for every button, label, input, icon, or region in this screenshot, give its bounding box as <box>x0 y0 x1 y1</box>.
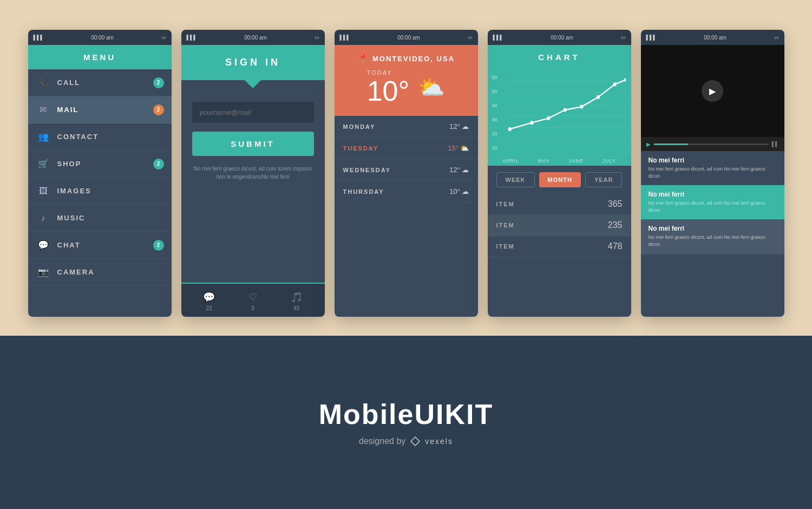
signal-icon-2: ▌▌▌ <box>187 35 197 40</box>
menu-item-mail[interactable]: ✉ MAIL 2 <box>28 96 172 123</box>
list-desc-2: No mei ferri graeco dicunt, ad cum No me… <box>649 200 777 213</box>
menu-item-chat[interactable]: 💬 CHAT 2 <box>28 232 172 259</box>
year-button[interactable]: YEAR <box>585 172 623 187</box>
footer-chat-count: 22 <box>206 305 212 311</box>
signin-header: SIGN IN <box>181 45 325 80</box>
list-desc-3: No mei ferri graeco dicunt, ad cum No me… <box>649 234 777 247</box>
phone-video: ▌▌▌ 00:00 am ▭ ▶ ▶ ▌▌ No mei ferri No me… <box>641 30 784 317</box>
status-bar-4: ▌▌▌ 00:00 am ▭ <box>488 30 631 45</box>
list-title-1: No mei ferri <box>649 156 777 164</box>
signal-icon-4: ▌▌▌ <box>493 35 503 40</box>
music-icon: ♪ <box>36 211 51 226</box>
menu-label-shop: SHOP <box>57 160 153 168</box>
weather-today: TODAY 10° <box>367 69 410 105</box>
menu-label-music: MUSIC <box>57 214 164 222</box>
footer-heart-icon: ♡ <box>248 291 257 303</box>
month-button[interactable]: MONTH <box>539 172 581 187</box>
chart-item-3: ITEM 478 <box>488 236 631 257</box>
status-bar-3: ▌▌▌ 00:00 am ▭ <box>335 30 478 45</box>
menu-item-images[interactable]: 🖼 IMAGES <box>28 178 172 205</box>
volume-icon: ▌▌ <box>772 141 779 147</box>
phone-menu: ▌▌▌ 00:00 am ▭ MENU 📞 CALL 2 ✉ MAIL 2 👥 … <box>28 30 172 317</box>
menu-item-camera[interactable]: 📷 CAMERA <box>28 259 172 286</box>
submit-button[interactable]: SUBMIT <box>192 132 314 156</box>
menu-header: MENU <box>28 45 172 69</box>
chart-area: 60 50 40 30 20 10 <box>488 69 631 156</box>
progress-play-icon: ▶ <box>646 141 651 147</box>
menu-label-camera: CAMERA <box>57 268 164 276</box>
weather-top: 📍 MONTEVIDEO, USA TODAY 10° ⛅ <box>335 45 478 116</box>
shop-icon: 🛒 <box>36 156 51 172</box>
chart-svg <box>493 75 626 145</box>
status-time-3: 00:00 am <box>397 35 420 41</box>
chart-items: ITEM 365 ITEM 235 ITEM 478 <box>488 194 631 317</box>
svg-point-7 <box>530 121 533 125</box>
svg-point-12 <box>613 82 616 86</box>
list-item-3: No mei ferri No mei ferri graeco dicunt,… <box>641 219 784 253</box>
signal-icon-5: ▌▌▌ <box>646 35 657 40</box>
weather-monday: MONDAY 12° ☁ <box>335 116 478 138</box>
svg-point-6 <box>508 127 511 131</box>
status-time-5: 00:00 am <box>704 35 726 41</box>
list-item-2: No mei ferri No mei ferri graeco dicunt,… <box>641 185 784 219</box>
brand-title-bold: UIKIT <box>414 399 493 430</box>
phones-section: ▌▌▌ 00:00 am ▭ MENU 📞 CALL 2 ✉ MAIL 2 👥 … <box>0 0 812 336</box>
chart-item-2: ITEM 235 <box>488 215 631 236</box>
video-player: ▶ <box>641 45 784 137</box>
footer-music-icon: 🎵 <box>291 291 303 303</box>
images-icon: 🖼 <box>36 184 51 199</box>
weather-tuesday: TUESDAY 15° ⛅ <box>335 138 478 159</box>
pin-icon: 📍 <box>357 54 369 64</box>
battery-icon-2: ▭ <box>315 35 319 40</box>
designed-by-text: designed by <box>359 436 405 446</box>
menu-item-contact[interactable]: 👥 CONTACT <box>28 123 172 151</box>
vexels-brand: vexels <box>425 437 453 446</box>
footer-heart: ♡ 3 <box>248 291 257 311</box>
battery-icon-1: ▭ <box>161 35 166 40</box>
status-time-2: 00:00 am <box>244 35 267 41</box>
weather-list: MONDAY 12° ☁ TUESDAY 15° ⛅ WEDNESDAY 12°… <box>335 116 478 317</box>
phone-weather: ▌▌▌ 00:00 am ▭ 📍 MONTEVIDEO, USA TODAY 1… <box>335 30 478 317</box>
email-input[interactable] <box>192 102 314 123</box>
chat-icon: 💬 <box>36 238 51 253</box>
footer-music: 🎵 45 <box>291 291 303 311</box>
chart-y-labels: 60 50 40 30 20 10 <box>492 75 497 151</box>
menu-label-call: CALL <box>57 79 153 87</box>
mail-badge: 2 <box>153 105 164 115</box>
menu-item-music[interactable]: ♪ MUSIC <box>28 205 172 232</box>
phone-chart: ▌▌▌ 00:00 am ▭ CHART 60 50 40 30 20 10 <box>488 30 631 317</box>
status-bar-1: ▌▌▌ 00:00 am ▭ <box>28 30 172 45</box>
weather-location: 📍 MONTEVIDEO, USA <box>357 54 455 64</box>
status-bar-2: ▌▌▌ 00:00 am ▭ <box>181 30 325 45</box>
signin-body: SUBMIT No mei ferri graeco dicunt, ad cu… <box>181 80 325 283</box>
weather-temp-row: TODAY 10° ⛅ <box>367 69 446 105</box>
footer-chat: 💬 22 <box>203 291 215 311</box>
shop-badge: 2 <box>153 159 164 169</box>
menu-item-shop[interactable]: 🛒 SHOP 2 <box>28 151 172 178</box>
call-icon: 📞 <box>36 75 51 90</box>
chat-badge: 2 <box>153 240 164 251</box>
today-temp: 10° <box>367 77 410 105</box>
menu-item-call[interactable]: 📞 CALL 2 <box>28 69 172 96</box>
battery-icon-4: ▭ <box>621 35 626 40</box>
battery-icon-3: ▭ <box>468 35 473 40</box>
list-title-2: No mei ferri <box>649 191 777 198</box>
brand-subtitle: designed by vexels <box>359 436 453 447</box>
status-time-4: 00:00 am <box>551 35 573 41</box>
week-button[interactable]: WEEK <box>496 172 535 187</box>
list-items: No mei ferri No mei ferri graeco dicunt,… <box>641 151 784 317</box>
svg-point-11 <box>596 95 599 99</box>
chart-controls: WEEK MONTH YEAR <box>488 166 631 194</box>
chart-x-labels: APRIL MAY JUNE JULY <box>488 156 631 166</box>
call-badge: 2 <box>153 77 164 88</box>
location-text: MONTEVIDEO, USA <box>372 55 455 63</box>
footer-chat-icon: 💬 <box>203 291 215 303</box>
bottom-section: MobileUIKIT designed by vexels <box>0 336 812 509</box>
weather-wednesday: WEDNESDAY 12° ☁ <box>335 159 478 181</box>
svg-marker-14 <box>411 437 420 446</box>
progress-bar[interactable] <box>654 143 769 145</box>
signal-icon: ▌▌▌ <box>34 35 44 40</box>
svg-point-9 <box>563 108 566 112</box>
signal-icon-3: ▌▌▌ <box>340 35 350 40</box>
play-button[interactable]: ▶ <box>702 80 723 102</box>
